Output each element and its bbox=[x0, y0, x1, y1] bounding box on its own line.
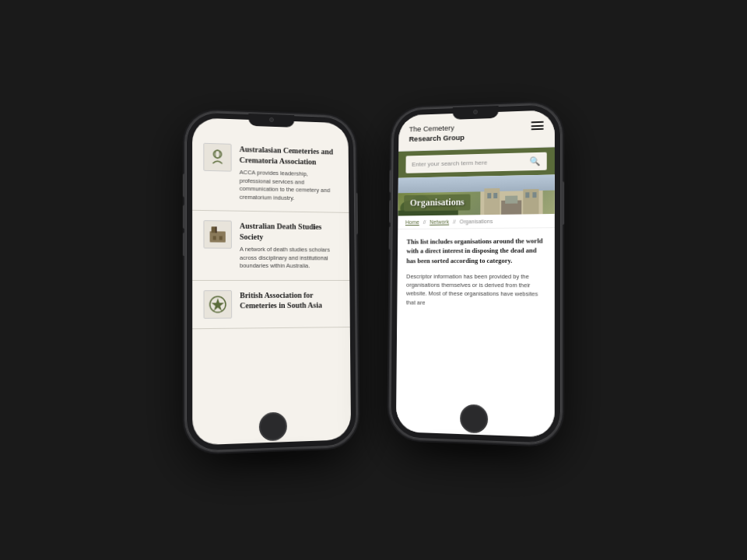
hamburger-line-2 bbox=[531, 124, 544, 127]
right-phone-notch bbox=[453, 106, 499, 120]
page-text: Descriptor information has been provided… bbox=[406, 272, 545, 308]
hero-banner: Organisations bbox=[398, 174, 554, 215]
svg-rect-6 bbox=[219, 236, 223, 240]
svg-rect-9 bbox=[484, 188, 500, 215]
hamburger-line-1 bbox=[531, 121, 544, 124]
left-screen: Australasian Cemeteries and Crematoria A… bbox=[192, 117, 351, 445]
svg-rect-14 bbox=[532, 192, 536, 198]
svg-rect-5 bbox=[213, 236, 216, 240]
org-title-3: British Association for Cemeteries in So… bbox=[240, 289, 339, 311]
svg-rect-2 bbox=[210, 231, 226, 242]
svg-rect-11 bbox=[487, 193, 491, 198]
org-desc-1: ACCA provides leadership, professional s… bbox=[240, 169, 338, 203]
search-bar: Enter your search term here 🔍 bbox=[398, 147, 555, 178]
right-screen-container: The CemeteryResearch Group Enter your se… bbox=[396, 110, 555, 437]
right-phone: The CemeteryResearch Group Enter your se… bbox=[390, 103, 561, 444]
left-camera bbox=[269, 117, 274, 122]
site-logo: The CemeteryResearch Group bbox=[409, 122, 465, 144]
org-content-3: British Association for Cemeteries in So… bbox=[240, 289, 339, 315]
org-thumb-3 bbox=[204, 290, 233, 319]
hero-title: Organisations bbox=[404, 194, 470, 211]
right-screen: The CemeteryResearch Group Enter your se… bbox=[396, 110, 555, 437]
org-thumb-2 bbox=[203, 220, 232, 249]
org-item-acca[interactable]: Australasian Cemeteries and Crematoria A… bbox=[192, 133, 349, 213]
hero-bg: Organisations bbox=[398, 174, 554, 215]
breadcrumb: Home // Network // Organisations bbox=[398, 214, 555, 229]
breadcrumb-current: Organisations bbox=[460, 219, 493, 224]
org-title-2: Australian Death Studies Society bbox=[240, 221, 339, 243]
org-item-bacsa[interactable]: British Association for Cemeteries in So… bbox=[192, 280, 350, 328]
scene: Australasian Cemeteries and Crematoria A… bbox=[0, 0, 747, 560]
right-camera bbox=[473, 110, 478, 114]
svg-rect-13 bbox=[525, 192, 529, 198]
left-phone: Australasian Cemeteries and Crematoria A… bbox=[186, 111, 357, 452]
svg-rect-16 bbox=[505, 195, 517, 203]
org-thumb-1 bbox=[203, 143, 231, 172]
left-phone-notch bbox=[248, 114, 294, 128]
svg-rect-12 bbox=[493, 193, 497, 198]
hamburger-menu[interactable] bbox=[531, 121, 544, 130]
right-home-button[interactable] bbox=[460, 404, 488, 434]
breadcrumb-sep2: // bbox=[453, 219, 456, 224]
left-screen-container: Australasian Cemeteries and Crematoria A… bbox=[192, 117, 351, 445]
svg-rect-10 bbox=[523, 189, 538, 214]
search-icon[interactable]: 🔍 bbox=[529, 156, 540, 166]
left-phone-shadow bbox=[202, 446, 342, 468]
right-phone-shadow bbox=[405, 439, 545, 460]
org-item-adss[interactable]: Australian Death Studies Society A netwo… bbox=[192, 211, 349, 281]
org-content-1: Australasian Cemeteries and Crematoria A… bbox=[240, 144, 338, 203]
svg-rect-4 bbox=[216, 226, 217, 233]
svg-point-0 bbox=[213, 150, 221, 158]
hero-building bbox=[476, 184, 546, 214]
page-intro: This list includes organisations around … bbox=[406, 236, 545, 266]
search-placeholder: Enter your search term here bbox=[412, 159, 487, 167]
breadcrumb-home[interactable]: Home bbox=[405, 219, 419, 225]
search-input-mock[interactable]: Enter your search term here 🔍 bbox=[405, 152, 546, 173]
org-title-1: Australasian Cemeteries and Crematoria A… bbox=[240, 144, 338, 167]
org-desc-2: A network of death studies scholars acro… bbox=[240, 246, 339, 271]
org-content-2: Australian Death Studies Society A netwo… bbox=[240, 221, 339, 271]
breadcrumb-network[interactable]: Network bbox=[430, 219, 449, 224]
hamburger-line-3 bbox=[531, 128, 544, 131]
svg-point-1 bbox=[215, 150, 219, 158]
breadcrumb-sep1: // bbox=[423, 219, 426, 225]
